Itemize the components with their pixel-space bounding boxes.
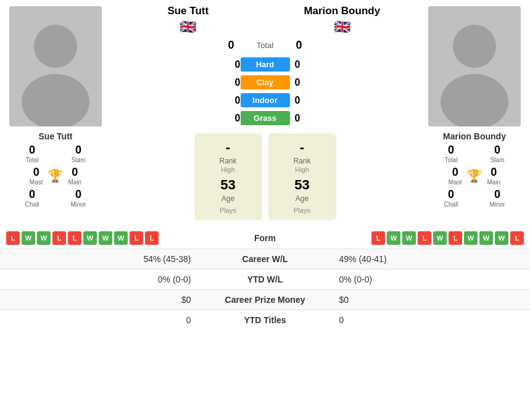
form-badge: L [130, 231, 143, 245]
form-label: Form [216, 233, 315, 243]
center-right-flag: 🇬🇧 [265, 19, 420, 35]
total-left-value: 0 [210, 39, 234, 52]
grass-right-value: 0 [290, 113, 315, 124]
form-badge: L [145, 231, 159, 245]
clay-button[interactable]: Clay [241, 75, 290, 89]
left-chall-stat: 0 Chall [25, 188, 39, 208]
center-left-name: Sue Tutt [111, 5, 265, 17]
names-flags-section: Sue Tutt 🇬🇧 Marion Boundy 🇬🇧 [105, 0, 425, 35]
prize-row: $0 Career Prize Money $0 [0, 289, 530, 310]
grass-button[interactable]: Grass [241, 111, 290, 125]
right-player-stats: 0 Total 0 Slam 0 Mast 🏆 0 Main [428, 141, 521, 208]
prize-label: Career Prize Money [204, 295, 327, 305]
left-minor-value: 0 [75, 188, 81, 201]
total-row: 0 Total 0 [105, 35, 425, 56]
right-age-value: 53 [294, 177, 309, 193]
total-right-value: 0 [296, 39, 321, 52]
hard-row: 0 Hard 0 [105, 56, 425, 73]
bottom-stats-section: LWWLLWWWLL Form LWWLWLWWWL 54% (45-38) C… [0, 228, 530, 330]
right-rank-high: High [295, 166, 309, 173]
right-player-name: Marion Boundy [443, 131, 506, 141]
ytd-titles-row: 0 YTD Titles 0 [0, 310, 530, 330]
left-name-center: Sue Tutt 🇬🇧 [111, 5, 265, 35]
right-name-center: Marion Boundy 🇬🇧 [265, 5, 420, 35]
right-mast-label: Mast [449, 179, 462, 186]
right-player-avatar [428, 6, 521, 126]
right-minor-label: Minor [489, 201, 505, 208]
form-badge: W [402, 231, 416, 245]
left-player-avatar [9, 6, 102, 126]
left-ytd-titles: 0 [6, 315, 204, 325]
right-minor-stat: 0 Minor [489, 188, 505, 208]
clay-left-value: 0 [216, 77, 241, 88]
hard-button[interactable]: Hard [241, 57, 290, 72]
right-main-label: Main [487, 179, 500, 186]
form-badge: W [99, 231, 112, 245]
right-mast-stat: 0 Mast [449, 166, 462, 186]
left-main-label: Main [68, 179, 81, 186]
right-ytd-wl: 0% (0-0) [327, 274, 524, 284]
career-wl-row: 54% (45-38) Career W/L 49% (40-41) [0, 249, 530, 269]
left-total-stat: 0 Total [26, 144, 39, 163]
left-mast-value: 0 [33, 166, 39, 179]
form-badge: W [387, 231, 400, 245]
form-badge: W [464, 231, 478, 245]
right-form-badges: LWWLWLWWWL [315, 231, 524, 245]
left-trophy-row: 0 Mast 🏆 0 Main [9, 166, 102, 186]
form-badge: W [37, 231, 51, 245]
indoor-left-value: 0 [216, 95, 241, 106]
right-prize: $0 [327, 295, 524, 305]
left-rank-high: High [221, 166, 235, 173]
left-form-badges: LWWLLWWWLL [6, 231, 216, 245]
form-badge: W [22, 231, 35, 245]
total-label: Total [234, 41, 296, 50]
left-chall-value: 0 [29, 188, 35, 201]
right-main-stat: 0 Main [487, 166, 500, 186]
left-main-stat: 0 Main [68, 166, 81, 186]
form-badge: L [449, 231, 462, 245]
center-right-name: Marion Boundy [265, 5, 420, 17]
left-total-value: 0 [29, 144, 35, 157]
form-badge: W [495, 231, 508, 245]
career-wl-label: Career W/L [204, 254, 327, 264]
grass-left-value: 0 [216, 113, 241, 124]
right-trophy-icon-cell: 🏆 [466, 168, 482, 183]
right-mast-value: 0 [452, 166, 458, 179]
form-badge: L [6, 231, 20, 245]
form-badge: L [68, 231, 81, 245]
form-badge: L [371, 231, 385, 245]
right-player-column: Marion Boundy 0 Total 0 Slam 0 Mast 🏆 [425, 0, 530, 223]
grass-row: 0 Grass 0 [105, 109, 425, 127]
right-info-card: - Rank High 53 Age Plays [268, 133, 336, 220]
clay-row: 0 Clay 0 [105, 73, 425, 91]
left-mast-stat: 0 Mast [30, 166, 43, 186]
hard-left-value: 0 [216, 59, 241, 70]
right-trophy-icon: 🏆 [466, 168, 482, 183]
indoor-button[interactable]: Indoor [241, 93, 290, 107]
left-player-name: Sue Tutt [39, 131, 73, 141]
left-mast-label: Mast [30, 179, 43, 186]
left-trophy-icon: 🏆 [48, 168, 63, 183]
right-main-value: 0 [491, 166, 497, 179]
left-total-label: Total [26, 157, 39, 163]
ytd-wl-row: 0% (0-0) YTD W/L 0% (0-0) [0, 269, 530, 289]
hard-right-value: 0 [290, 59, 315, 70]
form-badge: L [510, 231, 524, 245]
right-minor-value: 0 [494, 188, 500, 201]
right-chall-stat: 0 Chall [444, 188, 458, 208]
right-chall-value: 0 [448, 188, 454, 201]
indoor-row: 0 Indoor 0 [105, 91, 425, 109]
right-slam-label: Slam [491, 157, 505, 163]
right-chall-minor-row: 0 Chall 0 Minor [428, 188, 521, 208]
center-left-flag: 🇬🇧 [111, 19, 265, 35]
left-age-label: Age [222, 194, 234, 203]
left-prize: $0 [6, 295, 204, 305]
clay-right-value: 0 [290, 77, 315, 88]
left-rank-value: - [226, 139, 230, 155]
right-age-label: Age [296, 194, 308, 203]
left-chall-minor-row: 0 Chall 0 Minor [9, 188, 102, 208]
right-chall-label: Chall [444, 201, 458, 208]
form-badge: L [418, 231, 431, 245]
indoor-right-value: 0 [290, 95, 315, 106]
left-trophy-icon-cell: 🏆 [48, 168, 63, 183]
